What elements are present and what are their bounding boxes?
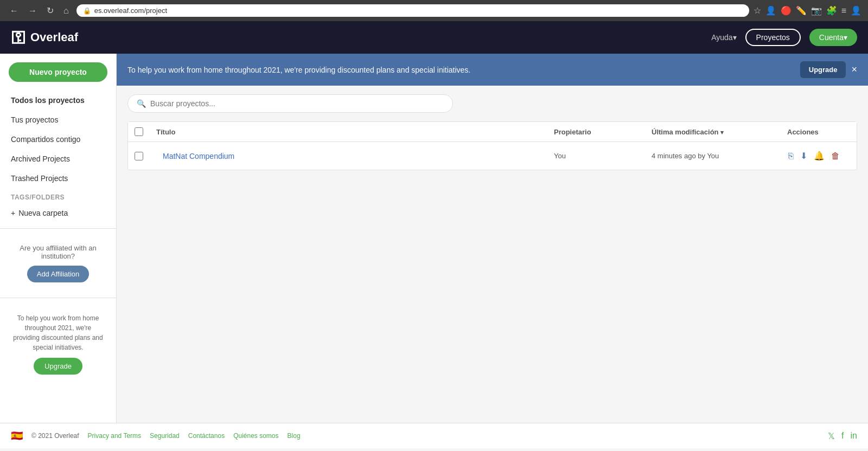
top-nav: ⚿ Overleaf Ayuda▾ Proyectos Cuenta▾ xyxy=(0,21,868,54)
url-text: es.overleaf.com/project xyxy=(94,7,743,15)
row-actions-cell: ⎘ ⬇ 🔔 🗑 xyxy=(781,147,857,164)
new-project-button[interactable]: Nuevo proyecto xyxy=(9,62,107,82)
user-avatar: 👤 xyxy=(851,5,861,16)
banner-close-button[interactable]: × xyxy=(851,64,857,75)
nav-links: Ayuda▾ Proyectos Cuenta▾ xyxy=(711,29,857,46)
row-modified-cell: 4 minutes ago by You xyxy=(645,150,781,162)
footer-social: 𝕏 f in xyxy=(828,431,857,441)
header-last-modified: Última modificación ▾ xyxy=(645,128,781,136)
search-container: 🔍 xyxy=(117,94,868,121)
refresh-button[interactable]: ↻ xyxy=(43,4,57,17)
copy-icon[interactable]: ⎘ xyxy=(787,150,795,162)
row-owner-cell: You xyxy=(547,150,645,162)
select-all-checkbox[interactable] xyxy=(135,127,143,136)
sidebar-promo-text: To help you work from home throughout 20… xyxy=(11,313,105,352)
sidebar-upgrade-button[interactable]: Upgrade xyxy=(34,358,82,375)
ext-icon-3: 📷 xyxy=(811,5,822,16)
avatar-icon: 👤 xyxy=(765,5,776,16)
add-affiliation-button[interactable]: Add Affiliation xyxy=(27,266,90,282)
back-button[interactable]: ← xyxy=(7,4,22,17)
project-title-link[interactable]: MatNat Compendium xyxy=(156,150,241,163)
sidebar-inner: Nuevo proyecto Todos los proyectos Tus p… xyxy=(0,54,116,423)
archive-icon[interactable]: 🔔 xyxy=(813,150,826,162)
tags-folders-label: TAGS/FOLDERS xyxy=(0,188,116,204)
search-box: 🔍 xyxy=(127,94,453,113)
address-bar[interactable]: 🔒 es.overleaf.com/project xyxy=(76,4,749,17)
logo[interactable]: ⚿ Overleaf xyxy=(11,29,78,47)
ext-icon-2: ✏️ xyxy=(796,5,807,16)
security-link[interactable]: Seguridad xyxy=(150,432,180,440)
search-input[interactable] xyxy=(150,99,444,108)
flag-icon: 🇪🇸 xyxy=(11,430,23,442)
sidebar-promo: To help you work from home throughout 20… xyxy=(0,305,116,383)
last-modified-label: Última modificación xyxy=(652,128,719,136)
blog-link[interactable]: Blog xyxy=(288,432,301,440)
logo-icon: ⚿ xyxy=(11,29,26,47)
privacy-terms-link[interactable]: Privacy and Terms xyxy=(88,432,141,440)
linkedin-icon[interactable]: in xyxy=(851,431,857,441)
sort-icon[interactable]: ▾ xyxy=(720,129,724,136)
ayuda-link[interactable]: Ayuda▾ xyxy=(711,33,736,42)
copyright-text: © 2021 Overleaf xyxy=(31,432,79,440)
cuenta-button[interactable]: Cuenta▾ xyxy=(809,29,857,46)
browser-chrome: ← → ↻ ⌂ 🔒 es.overleaf.com/project ☆ 👤 🔴 … xyxy=(0,0,868,21)
sidebar-item-trashed[interactable]: Trashed Projects xyxy=(0,169,116,188)
affiliation-section: Are you affiliated with an institution? … xyxy=(0,235,116,291)
star-icon[interactable]: ☆ xyxy=(754,5,761,16)
logo-text: Overleaf xyxy=(30,30,78,44)
header-owner: Propietario xyxy=(547,128,645,136)
affiliation-text: Are you affiliated with an institution? xyxy=(11,244,105,260)
plus-icon: + xyxy=(11,209,15,217)
sidebar-divider-2 xyxy=(0,298,116,298)
ext-icon-4: 🧩 xyxy=(826,5,837,16)
sidebar-item-archived[interactable]: Archived Projects xyxy=(0,149,116,169)
contact-link[interactable]: Contáctanos xyxy=(188,432,225,440)
sidebar-item-compartidos[interactable]: Compartidos contigo xyxy=(0,130,116,149)
sidebar-divider-1 xyxy=(0,228,116,229)
search-icon: 🔍 xyxy=(137,99,146,108)
footer: 🇪🇸 © 2021 Overleaf Privacy and Terms Seg… xyxy=(0,423,868,448)
forward-button[interactable]: → xyxy=(25,4,40,17)
row-title-cell: MatNat Compendium xyxy=(150,150,547,163)
download-icon[interactable]: ⬇ xyxy=(799,150,808,162)
header-actions: Acciones xyxy=(781,128,857,136)
banner-text: To help you work from home throughout 20… xyxy=(127,66,470,74)
row-checkbox-cell xyxy=(128,150,150,163)
projects-table: Título Propietario Última modificación ▾… xyxy=(127,121,857,170)
browser-nav-buttons: ← → ↻ ⌂ xyxy=(7,4,72,17)
home-button[interactable]: ⌂ xyxy=(60,4,72,17)
sidebar: Nuevo proyecto Todos los proyectos Tus p… xyxy=(0,54,117,423)
facebook-icon[interactable]: f xyxy=(841,431,844,441)
banner-upgrade-button[interactable]: Upgrade xyxy=(800,61,846,78)
about-link[interactable]: Quiénes somos xyxy=(233,432,278,440)
proyectos-button[interactable]: Proyectos xyxy=(745,29,801,46)
new-folder-label: Nueva carpeta xyxy=(18,209,68,217)
ext-icon-5: ≡ xyxy=(841,6,846,16)
row-checkbox[interactable] xyxy=(135,152,143,160)
row-actions: ⎘ ⬇ 🔔 🗑 xyxy=(787,150,850,162)
table-header: Título Propietario Última modificación ▾… xyxy=(128,122,857,142)
promo-banner: To help you work from home throughout 20… xyxy=(117,54,868,86)
main-area: Nuevo proyecto Todos los proyectos Tus p… xyxy=(0,54,868,423)
banner-actions: Upgrade × xyxy=(800,61,857,78)
sidebar-item-tus[interactable]: Tus proyectos xyxy=(0,110,116,130)
header-checkbox-cell xyxy=(128,127,150,136)
browser-action-icons: ☆ 👤 🔴 ✏️ 📷 🧩 ≡ 👤 xyxy=(754,5,861,16)
delete-icon[interactable]: 🗑 xyxy=(830,150,841,162)
twitter-icon[interactable]: 𝕏 xyxy=(828,431,835,441)
app: ⚿ Overleaf Ayuda▾ Proyectos Cuenta▾ Nuev… xyxy=(0,21,868,448)
content-area: To help you work from home throughout 20… xyxy=(117,54,868,423)
header-title: Título xyxy=(150,128,547,136)
ext-icon-1: 🔴 xyxy=(781,5,792,16)
new-folder-button[interactable]: + Nueva carpeta xyxy=(0,204,116,222)
lock-icon: 🔒 xyxy=(83,7,91,15)
table-row: MatNat Compendium You 4 minutes ago by Y… xyxy=(128,142,857,170)
sidebar-item-todos[interactable]: Todos los proyectos xyxy=(0,91,116,110)
